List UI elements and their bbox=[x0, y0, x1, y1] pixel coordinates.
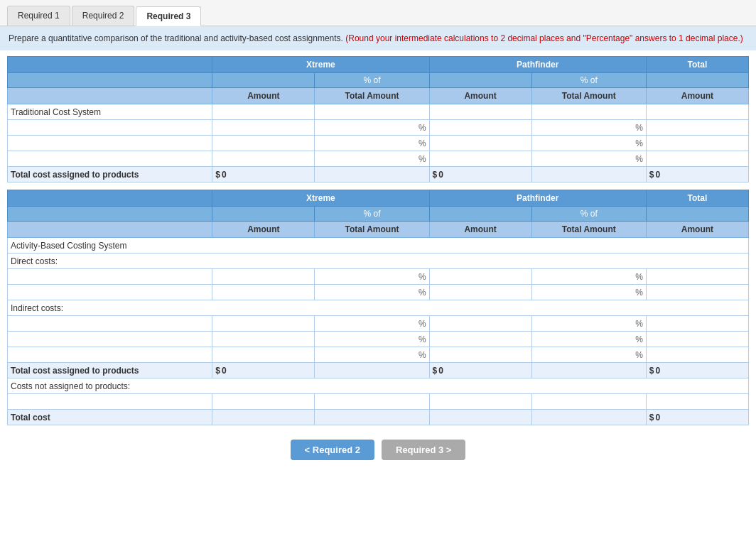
trad-row2-xtreme-amount[interactable] bbox=[212, 136, 315, 151]
abc-direct-row1-pathfinder-amount[interactable] bbox=[429, 269, 531, 285]
abc-costs-not-xtreme-pct[interactable] bbox=[315, 394, 429, 410]
abc-direct-row1-label-input[interactable] bbox=[11, 272, 209, 282]
abc-costs-not-pathfinder-amount[interactable] bbox=[429, 394, 531, 410]
trad-row3-xtreme-amount[interactable] bbox=[212, 151, 315, 167]
abc-costs-not-pathfinder-pct[interactable] bbox=[531, 394, 646, 410]
abc-direct-row1-xtreme-amount-input[interactable] bbox=[215, 272, 311, 282]
trad-row3-xtreme-pct-input[interactable] bbox=[319, 154, 417, 164]
abc-costs-not-total-input[interactable] bbox=[649, 397, 745, 407]
abc-direct-row2-pathfinder-amount[interactable] bbox=[429, 285, 531, 300]
abc-indirect-row1-total-input[interactable] bbox=[649, 319, 745, 329]
abc-costs-not-xtreme-pct-input[interactable] bbox=[318, 397, 426, 407]
trad-row1-total-amount-input[interactable] bbox=[649, 123, 745, 133]
abc-costs-not-pathfinder-amount-input[interactable] bbox=[433, 397, 529, 407]
abc-indirect-row2-total-input[interactable] bbox=[649, 334, 745, 344]
trad-row2-pathfinder-amount-input[interactable] bbox=[433, 138, 529, 148]
abc-indirect-row1-xtreme-amount[interactable] bbox=[212, 316, 315, 332]
abc-indirect-row3-xtreme-amount[interactable] bbox=[212, 347, 315, 363]
abc-direct-row2-xtreme-pct-input[interactable] bbox=[319, 288, 417, 298]
trad-row2-xtreme-amount-input[interactable] bbox=[215, 138, 311, 148]
abc-indirect-row1-xtreme-pct[interactable]: % bbox=[315, 316, 429, 332]
abc-indirect-row2-xtreme-pct[interactable]: % bbox=[315, 332, 429, 347]
next-button[interactable]: Required 3 > bbox=[382, 440, 465, 460]
trad-row1-xtreme-amount[interactable] bbox=[212, 120, 315, 136]
trad-row3-xtreme-amount-input[interactable] bbox=[215, 154, 311, 164]
trad-row3-pathfinder-amount-input[interactable] bbox=[433, 154, 529, 164]
trad-row3-pathfinder-pct[interactable]: % bbox=[531, 151, 646, 167]
abc-indirect-row3-pathfinder-pct-input[interactable] bbox=[536, 350, 634, 360]
trad-row1-label[interactable] bbox=[8, 120, 212, 136]
abc-indirect-row3-label-input[interactable] bbox=[11, 350, 209, 360]
abc-indirect-row1-label-input[interactable] bbox=[11, 319, 209, 329]
abc-direct-row2-label-input[interactable] bbox=[11, 288, 209, 298]
abc-indirect-row2-xtreme-amount[interactable] bbox=[212, 332, 315, 347]
abc-costs-not-row-label[interactable] bbox=[8, 394, 212, 410]
abc-costs-not-row-label-input[interactable] bbox=[11, 397, 209, 407]
trad-row3-label[interactable] bbox=[8, 151, 212, 167]
abc-costs-not-xtreme-amount[interactable] bbox=[212, 394, 315, 410]
abc-indirect-row3-pathfinder-pct[interactable]: % bbox=[531, 347, 646, 363]
abc-direct-row2-total[interactable] bbox=[646, 285, 748, 300]
trad-row1-label-input[interactable] bbox=[11, 123, 209, 133]
abc-direct-row1-xtreme-pct[interactable]: % bbox=[315, 269, 429, 285]
trad-row1-xtreme-pct-input[interactable] bbox=[319, 123, 417, 133]
abc-indirect-row2-label-input[interactable] bbox=[11, 334, 209, 344]
trad-row2-label[interactable] bbox=[8, 136, 212, 151]
trad-row3-pathfinder-amount[interactable] bbox=[429, 151, 531, 167]
abc-direct-row2-xtreme-amount-input[interactable] bbox=[215, 288, 311, 298]
trad-row1-total-amount[interactable] bbox=[646, 120, 748, 136]
abc-costs-not-xtreme-amount-input[interactable] bbox=[215, 397, 311, 407]
abc-direct-row2-xtreme-amount[interactable] bbox=[212, 285, 315, 300]
trad-row1-pathfinder-amount[interactable] bbox=[429, 120, 531, 136]
trad-row2-pathfinder-pct[interactable]: % bbox=[531, 136, 646, 151]
abc-indirect-row1-xtreme-amount-input[interactable] bbox=[215, 319, 311, 329]
abc-indirect-row2-label[interactable] bbox=[8, 332, 212, 347]
abc-direct-row2-pathfinder-pct[interactable]: % bbox=[531, 285, 646, 300]
trad-row3-xtreme-pct[interactable]: % bbox=[315, 151, 429, 167]
abc-indirect-row2-pathfinder-pct-input[interactable] bbox=[536, 334, 634, 344]
abc-indirect-row3-pathfinder-amount-input[interactable] bbox=[433, 350, 529, 360]
abc-indirect-row3-xtreme-pct[interactable]: % bbox=[315, 347, 429, 363]
trad-row2-label-input[interactable] bbox=[11, 138, 209, 148]
tab-required3[interactable]: Required 3 bbox=[136, 6, 201, 26]
abc-indirect-row2-total[interactable] bbox=[646, 332, 748, 347]
abc-direct-row1-total[interactable] bbox=[646, 269, 748, 285]
abc-indirect-row1-pathfinder-pct[interactable]: % bbox=[531, 316, 646, 332]
abc-direct-row1-pathfinder-pct[interactable]: % bbox=[531, 269, 646, 285]
trad-row2-pathfinder-pct-input[interactable] bbox=[536, 138, 634, 148]
abc-indirect-row3-label[interactable] bbox=[8, 347, 212, 363]
trad-row1-pathfinder-pct-input[interactable] bbox=[536, 123, 634, 133]
trad-row3-label-input[interactable] bbox=[11, 154, 209, 164]
trad-row2-pathfinder-amount[interactable] bbox=[429, 136, 531, 151]
trad-row3-pathfinder-pct-input[interactable] bbox=[536, 154, 634, 164]
abc-direct-row2-pathfinder-amount-input[interactable] bbox=[433, 288, 529, 298]
prev-button[interactable]: < Required 2 bbox=[291, 440, 374, 460]
abc-direct-row1-total-input[interactable] bbox=[649, 272, 745, 282]
abc-indirect-row1-pathfinder-amount[interactable] bbox=[429, 316, 531, 332]
abc-direct-row1-pathfinder-amount-input[interactable] bbox=[433, 272, 529, 282]
abc-indirect-row1-total[interactable] bbox=[646, 316, 748, 332]
trad-row2-total-amount-input[interactable] bbox=[649, 138, 745, 148]
abc-indirect-row2-xtreme-pct-input[interactable] bbox=[319, 334, 417, 344]
abc-direct-row2-pathfinder-pct-input[interactable] bbox=[536, 288, 634, 298]
trad-row1-pathfinder-amount-input[interactable] bbox=[433, 123, 529, 133]
abc-direct-row1-xtreme-amount[interactable] bbox=[212, 269, 315, 285]
abc-direct-row2-total-input[interactable] bbox=[649, 288, 745, 298]
abc-indirect-row2-pathfinder-pct[interactable]: % bbox=[531, 332, 646, 347]
abc-direct-row1-pathfinder-pct-input[interactable] bbox=[536, 272, 634, 282]
abc-indirect-row3-total[interactable] bbox=[646, 347, 748, 363]
abc-indirect-row1-pathfinder-pct-input[interactable] bbox=[536, 319, 634, 329]
trad-row3-total-amount-input[interactable] bbox=[649, 154, 745, 164]
trad-row1-xtreme-amount-input[interactable] bbox=[215, 123, 311, 133]
abc-direct-row1-xtreme-pct-input[interactable] bbox=[319, 272, 417, 282]
abc-indirect-row3-xtreme-amount-input[interactable] bbox=[215, 350, 311, 360]
abc-indirect-row3-xtreme-pct-input[interactable] bbox=[319, 350, 417, 360]
abc-indirect-row1-xtreme-pct-input[interactable] bbox=[319, 319, 417, 329]
trad-row3-total-amount[interactable] bbox=[646, 151, 748, 167]
abc-indirect-row1-pathfinder-amount-input[interactable] bbox=[433, 319, 529, 329]
abc-indirect-row3-total-input[interactable] bbox=[649, 350, 745, 360]
abc-costs-not-pathfinder-pct-input[interactable] bbox=[535, 397, 643, 407]
abc-direct-row2-label[interactable] bbox=[8, 285, 212, 300]
abc-direct-row2-xtreme-pct[interactable]: % bbox=[315, 285, 429, 300]
tab-required2[interactable]: Required 2 bbox=[72, 6, 135, 26]
